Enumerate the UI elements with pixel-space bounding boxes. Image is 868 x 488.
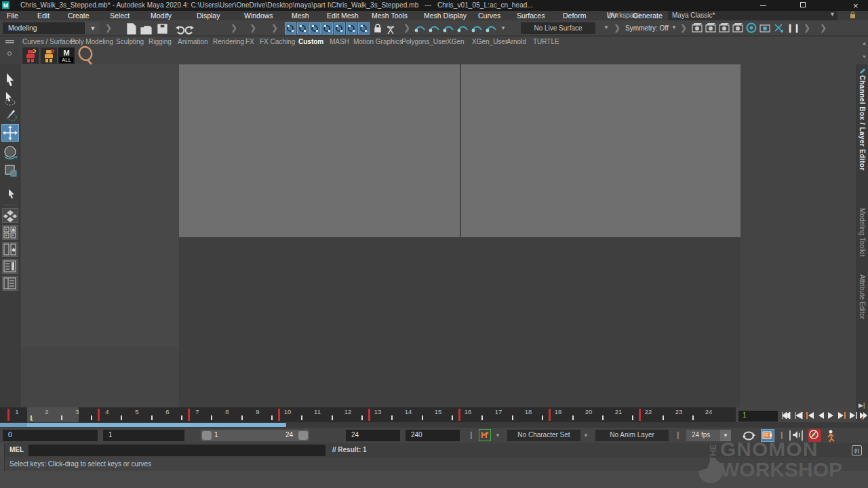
svg-text:WORKSHOP: WORKSHOP — [720, 458, 842, 481]
svg-text:+: + — [5, 233, 7, 238]
svg-text:◆: ◆ — [12, 227, 16, 232]
svg-text:+: + — [12, 233, 14, 238]
svg-text:◆: ◆ — [12, 247, 16, 253]
svg-text:+: + — [5, 227, 7, 232]
svg-text:THE: THE — [708, 444, 718, 462]
svg-text:GNOMON: GNOMON — [720, 438, 818, 460]
